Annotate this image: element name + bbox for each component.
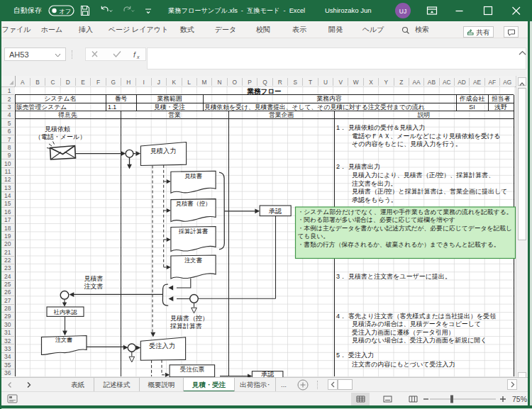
svg-text:見積依頼を受け、見積書提出、そして、その見積に対する注文受付: 見積依頼を受け、見積書提出、そして、その見積に対する注文受付までの流れ [204,103,425,111]
svg-text:2: 2 [8,96,11,103]
svg-text:業務フロー: 業務フロー [247,87,282,95]
svg-text:34: 34 [4,353,11,360]
svg-text:W: W [353,79,359,86]
svg-text:営業: 営業 [168,111,181,118]
svg-text:Y: Y [384,79,389,86]
svg-text:A: A [21,79,25,86]
svg-text:C: C [50,79,55,86]
svg-text:・システム部分だけでなく、運用や手作業も含めて業務の流れを記: ・システム部分だけでなく、運用や手作業も含めて業務の流れを記載する。 [298,208,513,215]
svg-text:AD: AD [458,79,466,86]
svg-text:J: J [157,79,160,86]
svg-text:V: V [338,79,343,86]
svg-text:30: 30 [4,321,11,328]
svg-text:26: 26 [4,288,11,296]
svg-text:32: 32 [4,337,11,344]
svg-text:システム名: システム名 [45,95,77,102]
svg-text:得意先: 得意先 [57,111,77,118]
svg-text:22: 22 [4,257,11,264]
svg-text:ても良い。: ても良い。 [298,232,330,240]
svg-text:M: M [202,79,207,86]
svg-text:10: 10 [4,160,11,167]
svg-text:75%: 75% [512,395,527,403]
svg-text:UJ: UJ [399,8,406,15]
svg-text:見積書（正/控）と採算計算書は、営業企画に提出して: 見積書（正/控）と採算計算書は、営業企画に提出して [352,188,508,195]
svg-text:見積書: 見積書 [84,275,104,282]
svg-text:注文書: 注文書 [84,283,104,290]
svg-text:（電話・メール）: （電話・メール） [35,133,86,140]
svg-text:見積済みの場合は、見積データをコピーして: 見積済みの場合は、見積データをコピーして [352,320,481,327]
svg-text:E: E [81,79,85,86]
svg-text:見積のない場合は、受注入力画面を新規に開く: 見積のない場合は、受注入力画面を新規に開く [352,337,487,344]
svg-text:受注入力: 受注入力 [149,342,175,349]
svg-text:見積入力により、見積書（正/控）、採算計算書、: 見積入力により、見積書（正/控）、採算計算書、 [352,172,494,179]
svg-text:見積書出力: 見積書出力 [348,163,380,170]
svg-text:27: 27 [4,297,11,304]
svg-text:AB: AB [428,79,436,86]
svg-text:注文書を出力。: 注文書を出力。 [352,180,397,187]
svg-text:7: 7 [8,136,11,143]
svg-text:G: G [111,79,116,86]
svg-text:4．: 4． [336,313,346,320]
svg-text:SI: SI [469,103,475,111]
svg-text:28: 28 [4,305,11,312]
svg-text:33: 33 [4,345,11,352]
svg-text:31: 31 [4,329,11,336]
svg-text:4: 4 [8,111,11,118]
svg-text:X: X [369,79,373,86]
svg-text:N: N [217,79,221,86]
svg-text:18: 18 [4,225,11,232]
svg-text:見積書（控）: 見積書（控） [170,315,209,322]
svg-text:AC: AC [443,79,451,86]
svg-text:見積・受注: 見積・受注 [154,103,185,111]
svg-text:作成会社: 作成会社 [459,95,484,102]
svg-text:1: 1 [8,87,11,94]
svg-text:x: x [136,55,140,60]
svg-text:O: O [232,79,237,86]
svg-text:35: 35 [4,362,11,369]
svg-text:L: L [187,79,191,86]
svg-text:15: 15 [4,200,11,207]
svg-text:1.1: 1.1 [108,103,116,111]
svg-text:8: 8 [8,144,11,151]
svg-text:24: 24 [4,273,11,280]
svg-text:注文書の内容にもとづいて受注入力: 注文書の内容にもとづいて受注入力 [352,361,455,368]
svg-text:AE: AE [473,79,482,86]
svg-text:36: 36 [4,369,11,376]
svg-text:5: 5 [8,120,11,127]
svg-text:11: 11 [5,168,11,175]
svg-text:その内容をもとに、見積入力を行う。: その内容をもとに、見積入力を行う。 [352,140,462,147]
svg-text:P: P [248,79,252,86]
svg-text:S: S [293,79,297,86]
svg-text:I: I [143,79,144,86]
svg-text:見積書（控）: 見積書（控） [176,200,211,207]
svg-text:オフ: オフ [59,7,71,14]
svg-text:業務内容: 業務内容 [316,95,341,102]
svg-text:23: 23 [4,264,11,271]
svg-text:AG: AG [503,79,511,86]
svg-text:K: K [172,79,177,86]
svg-text:13: 13 [4,184,11,191]
svg-text:6: 6 [8,128,11,135]
svg-text:番号: 番号 [115,95,128,102]
svg-text:受注伝票: 受注伝票 [180,366,205,373]
svg-text:H: H [126,79,131,86]
svg-text:説明: 説明 [418,111,431,118]
svg-text:12: 12 [4,176,11,183]
svg-text:電話やＦＡＸ、メールなどにより見積依頼を受ける: 電話やＦＡＸ、メールなどにより見積依頼を受ける [352,133,500,140]
svg-text:見積依頼: 見積依頼 [45,125,70,133]
svg-text:Z: Z [399,79,403,86]
svg-text:販売管理システム: 販売管理システム [16,103,67,111]
svg-text:業務範囲: 業務範囲 [157,95,182,102]
svg-text:採算計算書: 採算計算書 [170,323,202,330]
svg-text:D: D [66,79,70,86]
svg-text:客先より注文書（客先様式または当社提出）を受領: 客先より注文書（客先様式または当社提出）を受領 [348,313,496,320]
svg-text:U: U [323,79,328,86]
svg-text:25: 25 [4,281,11,288]
svg-text:・本例は主なデータを書かない記述方式だが、必要に応じてデータ: ・本例は主なデータを書かない記述方式だが、必要に応じてデータを記載し [298,225,513,232]
svg-text:3．: 3． [336,273,346,280]
svg-text:f: f [133,50,136,59]
svg-text:承認: 承認 [269,208,282,215]
svg-text:2．: 2． [336,163,346,170]
svg-text:営業企画: 営業企画 [269,111,294,118]
svg-text:見積書と注文書をユーザーに提出。: 見積書と注文書をユーザーに提出。 [348,273,451,280]
